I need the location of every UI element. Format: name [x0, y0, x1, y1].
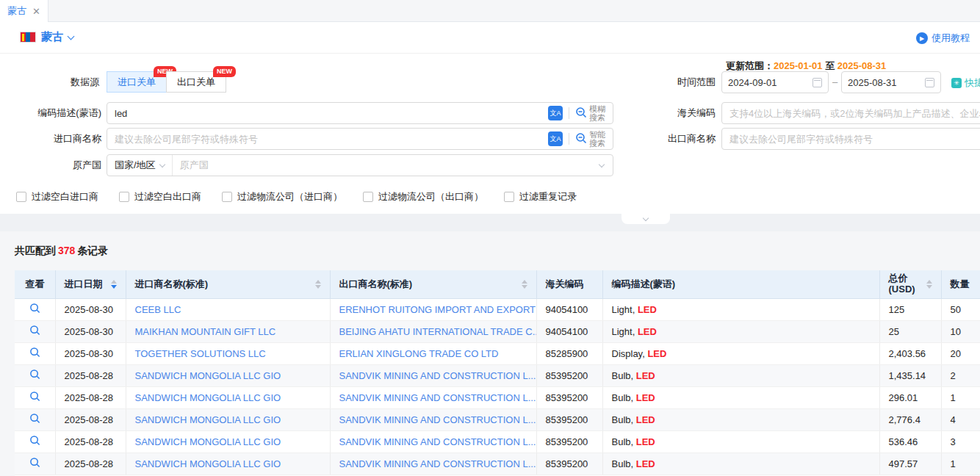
cell-qty: 1 [941, 386, 980, 408]
desc-text: Bulb, [612, 370, 636, 381]
exporter-inputbox [721, 128, 980, 150]
importer-input[interactable] [107, 129, 548, 149]
desc-highlight: LED [636, 392, 655, 403]
calendar-icon[interactable] [813, 78, 822, 87]
cell-hs-code: 85395200 [536, 430, 602, 452]
importer-label: 进口商名称 [0, 128, 101, 150]
cell-total: 2,403.56 [879, 342, 941, 364]
cell-importer-link[interactable]: SANDWICH MONGOLIA LLC GIO [126, 452, 330, 475]
results-table-wrap: 查看 进口日期 进口商名称(标准) 出口商名称(标准) [15, 270, 980, 476]
checkbox-icon[interactable] [16, 192, 26, 202]
checkbox-icon[interactable] [504, 192, 514, 202]
translate-icon[interactable]: 文A [548, 106, 563, 120]
region-type-select[interactable]: 国家/地区 [107, 155, 173, 176]
update-range-label: 更新范围： [726, 60, 774, 71]
results-table: 查看 进口日期 进口商名称(标准) 出口商名称(标准) [15, 270, 980, 475]
cell-importer-link[interactable]: SANDWICH MONGOLIA LLC GIO [126, 430, 330, 452]
col-hs-code: 海关编码 [536, 270, 602, 298]
checkbox-icon[interactable] [119, 192, 129, 202]
date-end-input[interactable]: 2025-08-31 [841, 71, 941, 93]
table-row: 2025-08-28 SANDWICH MONGOLIA LLC GIO SAN… [15, 452, 980, 475]
cell-total: 25 [879, 320, 941, 342]
col-total[interactable]: 总价 (USD) [879, 270, 941, 298]
view-record-icon[interactable] [29, 391, 40, 404]
cell-exporter-link[interactable]: SANDVIK MINING AND CONSTRUCTION L... [330, 430, 536, 452]
view-record-icon[interactable] [29, 413, 40, 426]
smart-search-hint[interactable]: 智能搜索 [589, 130, 608, 148]
search-icon[interactable] [575, 132, 587, 146]
quick-select-button[interactable]: ✳ 快捷 [951, 76, 980, 90]
checkbox-logistics-exporter[interactable]: 过滤物流公司（出口商） [363, 190, 483, 203]
cell-total: 296.01 [879, 386, 941, 408]
view-record-icon[interactable] [29, 325, 40, 338]
view-record-icon[interactable] [29, 435, 40, 448]
cell-exporter-link[interactable]: BEIJING AHATU INTERNATIONAL TRADE C... [330, 320, 536, 342]
cell-qty: 10 [941, 320, 980, 342]
cell-exporter-link[interactable]: SANDVIK MINING AND CONSTRUCTION L... [330, 408, 536, 430]
search-icon[interactable] [575, 107, 587, 120]
cell-import-date: 2025-08-28 [55, 386, 126, 408]
table-row: 2025-08-30 TOGETHER SOLUTIONS LLC ERLIAN… [15, 342, 980, 364]
cell-desc: Bulb, LED [602, 430, 879, 452]
sort-icons[interactable] [522, 280, 527, 289]
cell-exporter-link[interactable]: ERENHOT RUITONG IMPORT AND EXPORT ... [330, 298, 536, 320]
cell-exporter-link[interactable]: ERLIAN XINGLONG TRADE CO LTD [330, 342, 536, 364]
view-record-icon[interactable] [29, 303, 40, 316]
col-exporter[interactable]: 出口商名称(标准) [330, 270, 536, 298]
close-icon[interactable]: ✕ [32, 7, 40, 16]
checkbox-logistics-importer[interactable]: 过滤物流公司（进口商） [222, 190, 342, 203]
checkbox-blank-exporter[interactable]: 过滤空白出口商 [119, 190, 201, 203]
sort-icons[interactable] [315, 280, 321, 289]
hs-code-input[interactable] [722, 103, 980, 123]
view-record-icon[interactable] [29, 457, 40, 470]
checkbox-blank-importer[interactable]: 过滤空白进口商 [16, 190, 98, 203]
tab-mongolia[interactable]: 蒙古 ✕ [0, 0, 48, 22]
origin-label: 原产国 [0, 154, 101, 176]
tutorial-link[interactable]: ▶ 使用教程 [916, 32, 970, 45]
desc-highlight: LED [647, 348, 666, 359]
cell-exporter-link[interactable]: SANDVIK MINING AND CONSTRUCTION L... [330, 452, 536, 475]
cell-importer-link[interactable]: SANDWICH MONGOLIA LLC GIO [126, 386, 330, 408]
update-range-end: 2025-08-31 [837, 60, 887, 71]
match-count: 共匹配到378条记录 [15, 245, 108, 258]
col-importer-label: 进口商名称(标准) [135, 278, 209, 291]
cell-importer-link[interactable]: CEEB LLC [126, 298, 330, 320]
cell-importer-link[interactable]: SANDWICH MONGOLIA LLC GIO [126, 408, 330, 430]
country-selector[interactable]: 蒙古 [20, 30, 73, 44]
translate-icon[interactable]: 文A [548, 131, 563, 146]
sort-icons[interactable] [926, 280, 932, 289]
exporter-input[interactable] [722, 129, 980, 149]
collapse-toggle[interactable] [621, 214, 670, 224]
code-desc-inputbox: 文A 模糊搜索 [107, 102, 613, 124]
cell-qty: 4 [941, 408, 980, 430]
view-record-icon[interactable] [29, 347, 40, 360]
chevron-down-icon [599, 162, 605, 167]
col-import-date[interactable]: 进口日期 [55, 270, 126, 298]
col-importer[interactable]: 进口商名称(标准) [126, 270, 330, 298]
fuzzy-search-hint[interactable]: 模糊搜索 [589, 104, 608, 122]
origin-select[interactable]: 国家/地区 原产国 [107, 154, 613, 176]
sort-icons[interactable] [111, 280, 117, 289]
source-tab-import[interactable]: 进口关单 NEW [107, 71, 167, 93]
checkbox-duplicate-records[interactable]: 过滤重复记录 [504, 190, 577, 203]
checkbox-icon[interactable] [363, 192, 373, 202]
cell-importer-link[interactable]: SANDWICH MONGOLIA LLC GIO [126, 364, 330, 386]
cell-qty: 50 [941, 298, 980, 320]
hs-code-label: 海关编码 [632, 102, 716, 124]
cell-importer-link[interactable]: TOGETHER SOLUTIONS LLC [126, 342, 330, 364]
view-record-icon[interactable] [29, 369, 40, 382]
source-tab-export[interactable]: 出口关单 NEW [166, 71, 226, 93]
date-start-input[interactable]: 2024-09-01 [721, 71, 829, 93]
cell-desc: Bulb, LED [602, 364, 879, 386]
cell-hs-code: 85395200 [536, 364, 602, 386]
cell-exporter-link[interactable]: SANDVIK MINING AND CONSTRUCTION L... [330, 386, 536, 408]
checkbox-label: 过滤物流公司（进口商） [237, 190, 342, 203]
tab-label: 蒙古 [7, 4, 26, 18]
code-desc-input[interactable] [107, 103, 548, 123]
cell-exporter-link[interactable]: SANDVIK MINING AND CONSTRUCTION L... [330, 364, 536, 386]
cell-hs-code: 85395200 [536, 452, 602, 475]
checkbox-icon[interactable] [222, 192, 232, 202]
cell-importer-link[interactable]: MAIKHAN MOUNTAIN GIFT LLC [126, 320, 330, 342]
desc-highlight: LED [636, 370, 655, 381]
calendar-icon[interactable] [925, 78, 934, 87]
